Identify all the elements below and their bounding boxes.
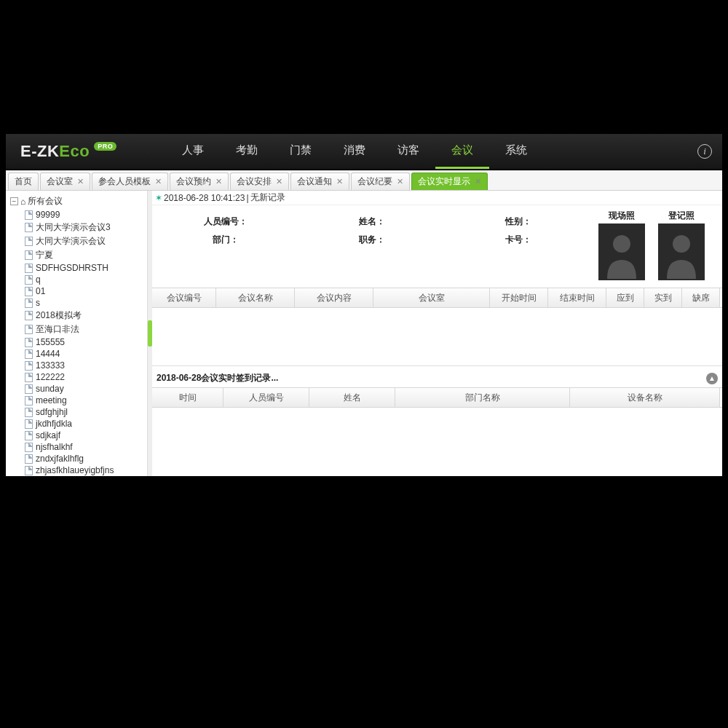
close-icon[interactable]: ✕ <box>336 177 343 186</box>
tree-node[interactable]: 122222 <box>25 371 146 383</box>
tree-node[interactable]: 155555 <box>25 336 146 348</box>
nav-item[interactable]: 系统 <box>489 134 543 169</box>
tree-node[interactable]: 宁夏 <box>25 248 146 262</box>
grid-column-header[interactable]: 开始时间 <box>490 288 548 307</box>
tree-node[interactable]: zndxjfaklhflg <box>25 453 146 464</box>
file-icon <box>25 431 33 440</box>
grid-column-header[interactable]: 应到 <box>606 288 644 307</box>
nav-item[interactable]: 访客 <box>381 134 435 169</box>
collapse-icon[interactable]: − <box>10 197 18 205</box>
grid-column-header[interactable]: 部门名称 <box>395 388 570 407</box>
meeting-grid-body[interactable] <box>152 308 722 366</box>
grid-column-header[interactable]: 结束时间 <box>548 288 606 307</box>
checkin-section-label: 2018-06-28会议实时签到记录... <box>157 372 278 384</box>
tree-node-label: SDFHGSDHRSTH <box>36 263 108 273</box>
tree-node[interactable]: 99999 <box>25 209 146 221</box>
collapse-section-icon[interactable]: ▲ <box>706 373 718 384</box>
tab[interactable]: 会议预约✕ <box>170 173 229 190</box>
file-icon <box>25 237 33 246</box>
tree-node-label: zndxjfaklhflg <box>36 454 84 464</box>
svg-point-1 <box>613 235 630 253</box>
grid-column-header[interactable]: 会议名称 <box>216 288 295 307</box>
brand-pro-badge: PRO <box>94 142 116 151</box>
tree-node-label: 122222 <box>36 372 65 382</box>
tree-node[interactable]: q <box>25 274 146 285</box>
tree-node[interactable]: njsfhalkhf <box>25 441 146 453</box>
nav-item[interactable]: 会议 <box>435 134 489 169</box>
main-panel: ✶ 2018-06-28 10:41:23 | 无新记录 人员编号 姓名 性别 … <box>152 191 722 476</box>
grid-column-header[interactable]: 会议内容 <box>295 288 373 307</box>
tab[interactable]: 首页 <box>8 173 39 190</box>
tab[interactable]: 会议实时显示✕ <box>411 173 488 190</box>
grid-column-header[interactable]: 人员编号 <box>223 388 309 407</box>
tree-node[interactable]: SDFHGSDHRSTH <box>25 262 146 274</box>
meeting-grid-header: 会议编号会议名称会议内容会议室开始时间结束时间应到实到缺席 <box>152 288 722 308</box>
checkin-grid-body[interactable] <box>152 408 722 476</box>
tree-node[interactable]: sunday <box>25 383 146 395</box>
tree-node[interactable]: 14444 <box>25 348 146 360</box>
status-message: 无新记录 <box>250 191 285 204</box>
status-timestamp: 2018-06-28 10:41:23 <box>164 193 245 203</box>
grid-column-header[interactable]: 实到 <box>644 288 682 307</box>
meeting-tree: − ⌂ 所有会议 99999大同大学演示会议3大同大学演示会议宁夏SDFHGSD… <box>6 191 147 476</box>
tab[interactable]: 会议室✕ <box>40 173 90 190</box>
grid-column-header[interactable]: 姓名 <box>309 388 395 407</box>
status-sep: | <box>246 193 248 203</box>
tree-node[interactable]: s <box>25 297 146 309</box>
tree-node[interactable]: 大同大学演示会议 <box>25 234 146 248</box>
tree-node[interactable]: sdfghjhjl <box>25 406 146 418</box>
grid-column-header[interactable]: 时间 <box>152 388 223 407</box>
file-icon <box>25 338 33 347</box>
topbar: E-ZKEco PRO 人事考勤门禁消费访客会议系统 i <box>6 134 722 170</box>
field-card: 卡号 <box>452 234 584 246</box>
tree-node[interactable]: sdjkajf <box>25 430 146 441</box>
tab-label: 会议安排 <box>237 175 272 188</box>
tab[interactable]: 参会人员模板✕ <box>92 173 168 190</box>
brand-eco: Eco <box>59 142 90 160</box>
file-icon <box>25 223 33 232</box>
file-icon <box>25 210 33 220</box>
grid-column-header[interactable]: 会议室 <box>373 288 490 307</box>
grid-column-header[interactable]: 缺席 <box>682 288 720 307</box>
close-icon[interactable]: ✕ <box>276 177 282 186</box>
close-icon[interactable]: ✕ <box>77 177 84 186</box>
tree-root[interactable]: − ⌂ 所有会议 <box>7 194 146 209</box>
pin-icon: ✶ <box>155 193 162 203</box>
close-icon[interactable]: ✕ <box>475 177 481 186</box>
home-icon: ⌂ <box>20 197 25 207</box>
file-icon <box>25 361 33 371</box>
tab[interactable]: 会议纪要✕ <box>351 173 410 190</box>
grid-column-header[interactable]: 会议编号 <box>152 288 216 307</box>
sidebar[interactable]: − ⌂ 所有会议 99999大同大学演示会议3大同大学演示会议宁夏SDFHGSD… <box>6 191 148 476</box>
tree-node[interactable]: jkdhfjdkla <box>25 418 146 430</box>
photo-reg-caption: 登记照 <box>668 210 695 222</box>
file-icon <box>25 275 33 285</box>
tree-node-label: sunday <box>36 384 64 394</box>
close-icon[interactable]: ✕ <box>155 177 162 186</box>
tree-node[interactable]: 大同大学演示会议3 <box>25 221 146 234</box>
tree-node-label: njsfhalkhf <box>36 442 73 452</box>
status-line: ✶ 2018-06-28 10:41:23 | 无新记录 <box>152 191 722 205</box>
tab[interactable]: 会议通知✕ <box>290 173 349 190</box>
tree-node-label: sdfghjhjl <box>36 407 68 417</box>
info-icon[interactable]: i <box>697 144 712 159</box>
nav-item[interactable]: 消费 <box>328 134 381 169</box>
photo-reg-placeholder <box>658 223 705 280</box>
tree-node[interactable]: 2018模拟考 <box>25 309 146 323</box>
tree-node[interactable]: 至海口非法 <box>25 323 146 336</box>
nav-item[interactable]: 人事 <box>166 134 220 169</box>
tree-node-label: 大同大学演示会议 <box>36 235 106 248</box>
tree-node[interactable]: 133333 <box>25 360 146 371</box>
close-icon[interactable]: ✕ <box>397 177 403 186</box>
tree-node-label: s <box>36 298 40 308</box>
tree-node[interactable]: 01 <box>25 285 146 297</box>
tree-node-label: 155555 <box>36 337 65 347</box>
nav-item[interactable]: 考勤 <box>220 134 274 169</box>
tab[interactable]: 会议安排✕ <box>230 173 289 190</box>
grid-column-header[interactable]: 设备名称 <box>570 388 720 407</box>
tree-node-label: sdjkajf <box>36 430 60 440</box>
nav-item[interactable]: 门禁 <box>274 134 328 169</box>
close-icon[interactable]: ✕ <box>215 177 222 186</box>
tree-node[interactable]: meeting <box>25 395 146 406</box>
tree-node[interactable]: zhjasfkhlaueyigbfjns <box>25 464 146 476</box>
